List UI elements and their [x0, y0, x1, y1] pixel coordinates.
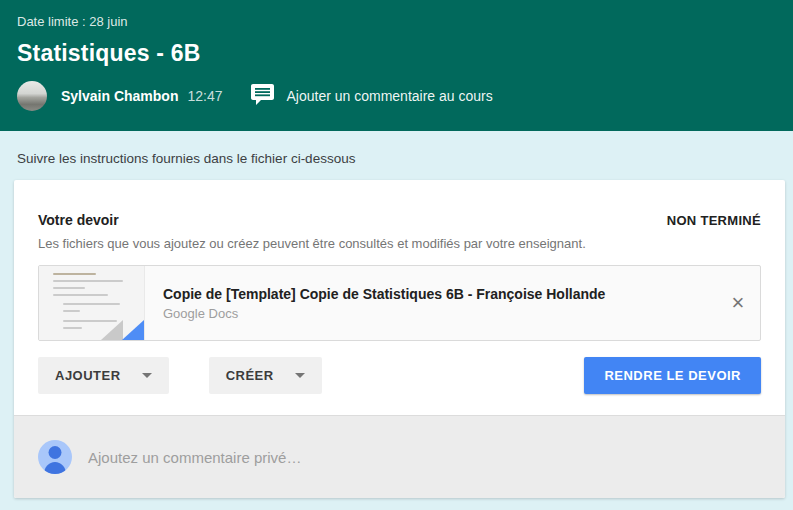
page-title: Statistiques - 6B [17, 40, 776, 67]
remove-attachment-button[interactable]: × [716, 292, 760, 314]
add-class-comment-label[interactable]: Ajouter un commentaire au cours [287, 88, 493, 104]
attachment-info: Copie de [Template] Copie de Statistique… [163, 286, 716, 321]
add-class-comment-button[interactable] [250, 84, 275, 109]
card-description: Les fichiers que vous ajoutez ou créez p… [38, 236, 761, 251]
user-avatar [38, 440, 72, 474]
actions-row: AJOUTER CRÉER RENDRE LE DEVOIR [38, 357, 761, 394]
avatar-head [49, 446, 62, 459]
post-time: 12:47 [187, 88, 222, 104]
assignment-header: Date limite : 28 juin Statistiques - 6B … [0, 0, 793, 131]
status-badge: NON TERMINÉ [667, 213, 761, 228]
attachment-type: Google Docs [163, 306, 716, 321]
doc-fold-icon [122, 320, 144, 340]
author-name: Sylvain Chambon [61, 88, 178, 104]
author-row: Sylvain Chambon 12:47 Ajouter un comment… [17, 81, 776, 111]
doc-fold-shadow [101, 320, 123, 340]
close-icon: × [732, 290, 745, 315]
teacher-avatar [17, 81, 47, 111]
assignment-instructions: Suivre les instructions fournies dans le… [17, 151, 776, 166]
attachment-title: Copie de [Template] Copie de Statistique… [163, 286, 716, 302]
add-button[interactable]: AJOUTER [38, 357, 169, 394]
create-button[interactable]: CRÉER [209, 357, 322, 394]
comment-icon [250, 84, 275, 109]
create-button-label: CRÉER [226, 368, 274, 383]
chevron-down-icon [295, 373, 305, 378]
chevron-down-icon [142, 373, 152, 378]
your-work-card: Votre devoir NON TERMINÉ Les fichiers qu… [14, 180, 785, 498]
doc-thumbnail [39, 266, 145, 340]
avatar-body [44, 462, 66, 474]
add-button-label: AJOUTER [55, 368, 121, 383]
turn-in-button[interactable]: RENDRE LE DEVOIR [584, 357, 761, 394]
card-header: Votre devoir NON TERMINÉ [38, 212, 761, 228]
attachment-row[interactable]: Copie de [Template] Copie de Statistique… [38, 265, 761, 341]
private-comment-input[interactable]: Ajoutez un commentaire privé… [88, 449, 761, 466]
private-comment-bar: Ajoutez un commentaire privé… [14, 415, 785, 498]
card-title: Votre devoir [38, 212, 119, 228]
due-date: Date limite : 28 juin [17, 0, 776, 29]
